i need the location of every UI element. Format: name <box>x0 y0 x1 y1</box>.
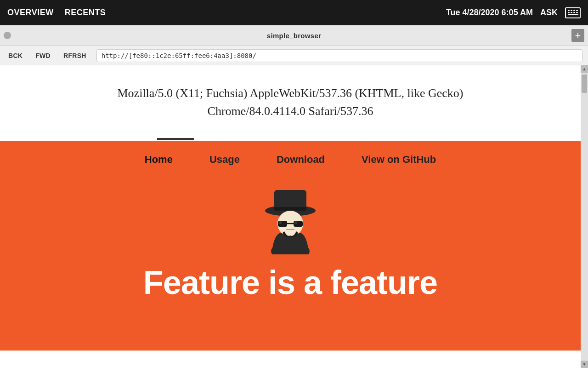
feature-text-section: Feature is a feature <box>0 259 581 306</box>
page-content: Mozilla/5.0 (X11; Fuchsia) AppleWebKit/5… <box>0 65 581 368</box>
svg-point-7 <box>279 221 282 224</box>
keyboard-button[interactable] <box>565 7 581 18</box>
top-bar-nav: OVERVIEW RECENTS <box>7 8 446 17</box>
nav-home[interactable]: Home <box>145 154 173 166</box>
active-tab-indicator <box>157 138 194 140</box>
orange-section: Home Usage Download View on GitHub <box>0 139 581 351</box>
top-bar-right: Tue 4/28/2020 6:05 AM ASK <box>446 7 581 18</box>
svg-point-8 <box>294 221 297 224</box>
scroll-down-arrow[interactable]: ▼ <box>581 361 588 368</box>
url-input[interactable] <box>96 49 582 62</box>
nav-recents[interactable]: RECENTS <box>65 8 106 17</box>
browser-title: simple_browser <box>267 32 321 40</box>
datetime: Tue 4/28/2020 6:05 AM <box>446 8 533 17</box>
nav-download[interactable]: Download <box>277 154 325 166</box>
keyboard-icon <box>568 10 578 15</box>
scrollbar-track[interactable] <box>581 73 588 361</box>
spy-icon <box>260 183 320 254</box>
user-agent-text: Mozilla/5.0 (X11; Fuchsia) AppleWebKit/5… <box>118 84 464 120</box>
ua-section: Mozilla/5.0 (X11; Fuchsia) AppleWebKit/5… <box>0 65 581 139</box>
spy-figure-container <box>0 178 581 259</box>
refresh-button[interactable]: RFRSH <box>61 50 89 61</box>
top-bar: OVERVIEW RECENTS Tue 4/28/2020 6:05 AM A… <box>0 0 588 25</box>
nav-bar: BCK FWD RFRSH <box>0 46 588 65</box>
back-button[interactable]: BCK <box>6 50 25 61</box>
svg-rect-2 <box>274 207 306 211</box>
feature-heading: Feature is a feature <box>143 264 437 301</box>
scrollbar-thumb[interactable] <box>582 75 587 93</box>
forward-button[interactable]: FWD <box>33 50 53 61</box>
nav-github[interactable]: View on GitHub <box>362 154 436 166</box>
nav-overview[interactable]: OVERVIEW <box>7 8 54 17</box>
scroll-up-arrow[interactable]: ▲ <box>581 65 588 73</box>
site-nav: Home Usage Download View on GitHub <box>0 141 581 178</box>
browser-chrome-bar: simple_browser + <box>0 25 588 46</box>
browser-status-circle <box>4 32 11 39</box>
content-area: Mozilla/5.0 (X11; Fuchsia) AppleWebKit/5… <box>0 65 588 368</box>
ask-button[interactable]: ASK <box>540 8 558 17</box>
new-tab-button[interactable]: + <box>571 29 584 42</box>
nav-usage[interactable]: Usage <box>209 154 240 166</box>
scrollbar[interactable]: ▲ ▼ <box>581 65 588 368</box>
